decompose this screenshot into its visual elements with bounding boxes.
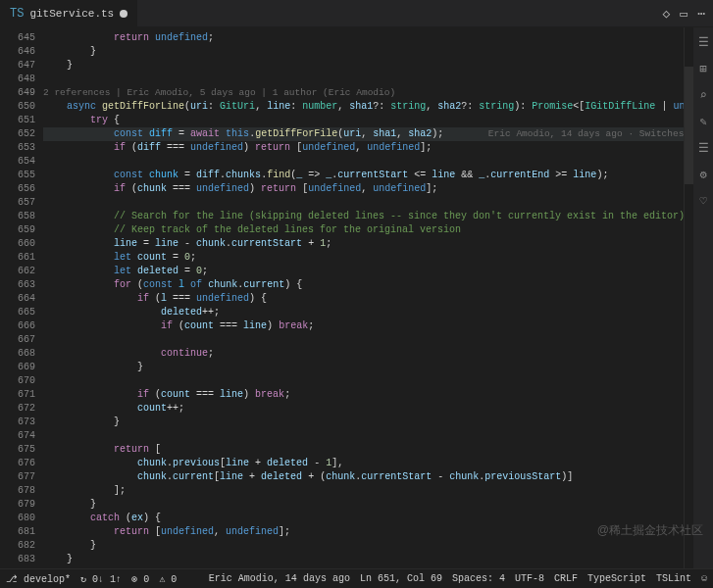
code-line[interactable]: async getDiffForLine(uri: GitUri, line: … [43,100,684,114]
code-line[interactable]: return [ [43,443,684,457]
code-line[interactable]: if (count === line) break; [43,388,684,402]
warning-count[interactable]: 0 [159,573,177,585]
code-line[interactable]: continue; [43,347,684,361]
branch-indicator[interactable]: develop* [6,573,71,585]
tab-bar: TS gitService.ts [0,0,713,27]
code-line[interactable]: ]; [43,484,684,498]
code-line[interactable] [43,333,684,347]
tab-gitservice[interactable]: TS gitService.ts [0,0,138,26]
line-gutter: 6456466476486496506516526536546556566576… [0,27,43,568]
code-line[interactable]: chunk.current[line + deleted + (chunk.cu… [43,470,684,484]
right-sidebar [693,27,713,568]
modified-indicator [120,10,127,18]
code-line[interactable]: return [undefined, undefined]; [43,525,684,539]
indentation[interactable]: Spaces: 4 [452,573,505,584]
code-line[interactable] [43,155,684,169]
code-line[interactable]: deleted++; [43,306,684,319]
code-line[interactable]: } [43,553,684,566]
error-count[interactable]: 0 [131,573,149,585]
heart-icon[interactable] [699,194,706,209]
blame-status[interactable]: Eric Amodio, 14 days ago [209,573,350,584]
code-line[interactable]: // Keep track of the deleted lines for t… [43,223,684,237]
code-line[interactable]: const diff = await this.getDiffForFile(u… [43,127,684,141]
linter[interactable]: TSLint [656,573,691,584]
status-bar: develop* 0↓ 1↑ 0 0 Eric Amodio, 14 days … [0,568,713,588]
cursor-position[interactable]: Ln 651, Col 69 [360,573,442,584]
code-line[interactable]: try { [43,114,684,127]
code-line[interactable]: if (diff === undefined) return [undefine… [43,141,684,155]
code-line[interactable]: catch (ex) { [43,512,684,525]
code-line[interactable] [43,566,684,568]
more-icon[interactable] [697,6,705,22]
menu-icon[interactable] [698,35,709,50]
code-line[interactable] [43,429,684,443]
code-line[interactable]: let deleted = 0; [43,265,684,278]
code-line[interactable]: count++; [43,402,684,416]
code-line[interactable]: if (count === line) break; [43,319,684,333]
language-mode[interactable]: TypeScript [587,573,646,584]
code-line[interactable] [43,374,684,388]
code-line[interactable]: 2 references | Eric Amodio, 5 days ago |… [43,86,684,100]
code-line[interactable]: } [43,416,684,429]
code-line[interactable]: chunk.previous[line + deleted - 1], [43,457,684,470]
compare-icon[interactable] [663,6,671,22]
split-icon[interactable] [680,6,688,22]
code-editor[interactable]: return undefined; } } 2 references | Eri… [43,27,684,568]
code-line[interactable]: } [43,59,684,73]
encoding[interactable]: UTF-8 [515,573,544,584]
feedback-icon[interactable]: ☺ [701,573,707,584]
sync-indicator[interactable]: 0↓ 1↑ [80,573,122,585]
settings-icon[interactable] [699,168,706,182]
code-line[interactable]: line = line - chunk.currentStart + 1; [43,237,684,251]
code-line[interactable]: // Search for the line (skipping deleted… [43,210,684,223]
list-icon[interactable] [698,141,709,156]
code-line[interactable]: } [43,539,684,553]
ts-file-icon: TS [10,7,24,21]
editor-actions [663,6,713,22]
search-icon[interactable] [699,88,706,103]
code-line[interactable]: if (chunk === undefined) return [undefin… [43,182,684,196]
grid-icon[interactable] [699,62,706,76]
edit-icon[interactable] [699,115,706,129]
code-line[interactable]: } [43,45,684,59]
code-line[interactable]: for (const l of chunk.current) { [43,278,684,292]
code-line[interactable] [43,73,684,86]
code-line[interactable]: return undefined; [43,31,684,45]
code-line[interactable]: } [43,361,684,374]
code-line[interactable]: let count = 0; [43,251,684,265]
eol[interactable]: CRLF [554,573,578,584]
code-line[interactable]: if (l === undefined) { [43,292,684,306]
code-line[interactable]: const chunk = diff.chunks.find(_ => _.cu… [43,169,684,182]
tab-filename: gitService.ts [29,8,114,20]
minimap-thumb[interactable] [685,67,693,184]
code-line[interactable] [43,196,684,210]
code-line[interactable]: } [43,498,684,512]
minimap[interactable] [684,27,693,568]
